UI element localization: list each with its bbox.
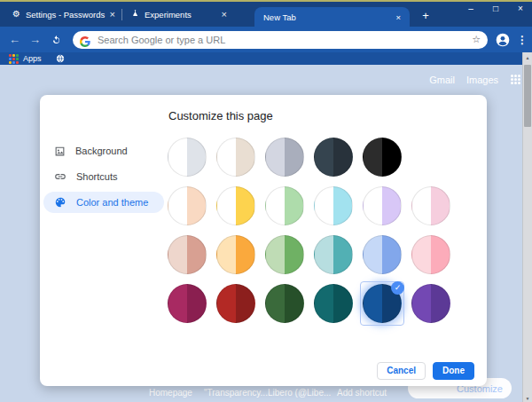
theme-swatch-circle bbox=[216, 186, 255, 225]
page-scrollbar[interactable]: ▲ ▼ bbox=[522, 52, 532, 402]
theme-swatch-circle bbox=[265, 235, 304, 274]
theme-swatch-circle bbox=[314, 284, 353, 323]
theme-swatch-white-cyan[interactable] bbox=[314, 186, 353, 225]
tab-label: New Tab bbox=[263, 12, 296, 22]
tab-close-icon[interactable]: × bbox=[108, 9, 117, 20]
tab-new-tab-active[interactable]: New Tab × bbox=[254, 7, 410, 27]
tab-close-icon[interactable]: × bbox=[220, 9, 229, 20]
theme-swatch-blue[interactable] bbox=[363, 235, 402, 274]
gmail-link[interactable]: Gmail bbox=[429, 75, 455, 85]
theme-swatch-circle bbox=[314, 138, 353, 177]
link-icon bbox=[54, 170, 66, 183]
theme-swatch-circle bbox=[265, 138, 304, 177]
google-logo-icon bbox=[80, 35, 90, 45]
images-link[interactable]: Images bbox=[466, 75, 498, 85]
tab-experiments[interactable]: Experiments × bbox=[126, 2, 234, 27]
sidebar-item-shortcuts[interactable]: Shortcuts bbox=[43, 166, 164, 187]
scrollbar-down-icon[interactable]: ▼ bbox=[523, 396, 532, 401]
cancel-button[interactable]: Cancel bbox=[377, 362, 426, 380]
browser-window: ⚙ Settings - Passwords × Experiments × N… bbox=[0, 0, 532, 402]
theme-swatch-circle bbox=[363, 235, 402, 274]
theme-swatch-circle bbox=[168, 284, 207, 323]
theme-swatch-circle bbox=[265, 284, 304, 323]
tab-label: Experiments bbox=[145, 10, 192, 20]
tab-settings-passwords[interactable]: ⚙ Settings - Passwords × bbox=[7, 2, 122, 27]
theme-swatch-pink[interactable] bbox=[411, 235, 450, 274]
theme-swatch-white-green[interactable] bbox=[265, 186, 304, 225]
customize-dialog: Customize this page Background Shortcuts… bbox=[40, 95, 487, 386]
theme-swatch-dark-red[interactable] bbox=[216, 284, 255, 323]
palette-icon bbox=[54, 196, 66, 209]
theme-swatch-white-gray[interactable] bbox=[168, 138, 207, 177]
url-input[interactable]: Search Google or type a URL bbox=[98, 35, 472, 45]
theme-swatch-circle bbox=[363, 138, 402, 177]
forward-icon[interactable]: → bbox=[29, 33, 41, 46]
sidebar-item-label: Color and theme bbox=[76, 197, 148, 208]
sidebar-item-color-and-theme[interactable]: Color and theme bbox=[43, 192, 164, 213]
theme-swatch-navy-blue[interactable]: ✓ bbox=[363, 284, 402, 323]
theme-swatch-white-peach[interactable] bbox=[168, 186, 207, 225]
scrollbar-up-icon[interactable]: ▲ bbox=[523, 55, 532, 60]
theme-swatch-dark-teal[interactable] bbox=[314, 284, 353, 323]
dialog-title: Customize this page bbox=[168, 109, 273, 122]
close-button[interactable]: × bbox=[514, 4, 527, 13]
theme-swatch-circle bbox=[216, 138, 255, 177]
theme-grid: ✓ bbox=[168, 138, 450, 333]
theme-swatch-white-tan[interactable] bbox=[216, 138, 255, 177]
page-links: Gmail Images bbox=[429, 75, 498, 85]
theme-swatch-white-lavender[interactable] bbox=[363, 186, 402, 225]
sidebar-item-label: Shortcuts bbox=[76, 171, 117, 182]
apps-label: Apps bbox=[23, 54, 42, 63]
theme-swatch-circle bbox=[216, 284, 255, 323]
theme-swatch-circle bbox=[168, 186, 207, 225]
refresh-icon[interactable] bbox=[51, 35, 62, 45]
profile-avatar-icon[interactable] bbox=[496, 33, 510, 47]
tab-label: Settings - Passwords bbox=[26, 10, 105, 20]
theme-swatch-green[interactable] bbox=[265, 235, 304, 274]
new-tab-button[interactable]: + bbox=[417, 8, 434, 24]
theme-swatch-dark-magenta[interactable] bbox=[168, 284, 207, 323]
address-bar[interactable]: Search Google or type a URL ☆ bbox=[73, 31, 488, 49]
theme-swatch-rose[interactable] bbox=[168, 235, 207, 274]
theme-swatch-black[interactable] bbox=[363, 138, 402, 177]
window-controls: – □ × bbox=[465, 4, 527, 13]
flask-icon bbox=[131, 9, 139, 20]
background-image-icon bbox=[54, 146, 66, 157]
gear-icon: ⚙ bbox=[12, 10, 20, 19]
theme-swatch-circle bbox=[314, 235, 353, 274]
google-apps-grid-icon[interactable] bbox=[511, 75, 520, 84]
menu-dots-icon[interactable]: ⋮ bbox=[517, 34, 528, 46]
theme-swatch-dark-green[interactable] bbox=[265, 284, 304, 323]
tab-close-icon[interactable]: × bbox=[395, 12, 401, 22]
theme-swatch-gray[interactable] bbox=[265, 138, 304, 177]
maximize-button[interactable]: □ bbox=[489, 4, 502, 13]
back-icon[interactable]: ← bbox=[9, 33, 20, 46]
apps-shortcut[interactable]: Apps bbox=[9, 54, 42, 64]
theme-swatch-white-yellow[interactable] bbox=[216, 186, 255, 225]
theme-swatch-circle bbox=[411, 186, 450, 225]
add-shortcut[interactable]: Add shortcut bbox=[337, 388, 387, 398]
theme-swatch-circle bbox=[168, 235, 207, 274]
theme-swatch-circle bbox=[168, 138, 207, 177]
minimize-button[interactable]: – bbox=[465, 4, 477, 13]
toolbar: ← → Search Google or type a URL ☆ ⋮ bbox=[0, 27, 532, 52]
theme-swatch-dark-slate[interactable] bbox=[314, 138, 353, 177]
done-button[interactable]: Done bbox=[433, 362, 474, 380]
shortcut-transparency[interactable]: "Transparency... bbox=[204, 388, 268, 398]
theme-swatch-circle bbox=[363, 186, 402, 225]
tab-strip: ⚙ Settings - Passwords × Experiments × N… bbox=[0, 2, 532, 27]
theme-swatch-orange[interactable] bbox=[216, 235, 255, 274]
sidebar-item-background[interactable]: Background bbox=[43, 140, 164, 162]
bookmarks-bar: Apps bbox=[0, 52, 532, 65]
theme-swatch-teal[interactable] bbox=[314, 235, 353, 274]
bookmark-star-icon[interactable]: ☆ bbox=[472, 34, 481, 45]
sidebar-item-label: Background bbox=[75, 146, 128, 156]
shortcut-libero[interactable]: Libero (@Libe... bbox=[268, 388, 331, 398]
theme-swatch-circle bbox=[411, 284, 450, 323]
tab-separator bbox=[121, 9, 122, 20]
theme-swatch-white-pink[interactable] bbox=[411, 186, 450, 225]
shortcut-homepage[interactable]: Homepage bbox=[149, 388, 192, 398]
theme-swatch-purple[interactable] bbox=[411, 284, 450, 323]
apps-grid-icon bbox=[9, 54, 19, 64]
scrollbar-thumb[interactable] bbox=[524, 65, 531, 127]
